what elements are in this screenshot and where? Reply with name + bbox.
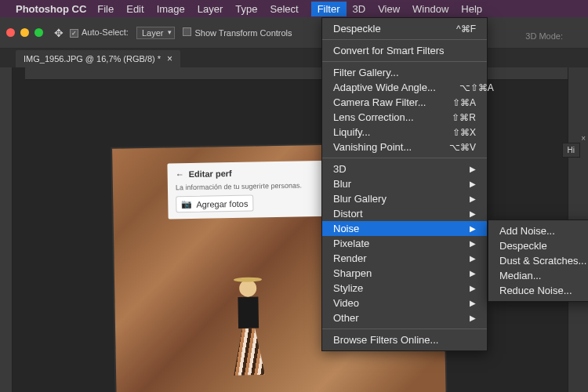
noise-median[interactable]: Median...	[488, 268, 588, 283]
3d-mode-label: 3D Mode:	[525, 31, 563, 41]
menu-label: Blur	[333, 178, 351, 190]
document-tab-bar: IMG_1956.JPG @ 16,7% (RGB/8) * ×	[0, 49, 588, 67]
menu-label: Filter Gallery...	[333, 67, 399, 78]
right-panel-tab[interactable]: × Hi	[562, 143, 580, 158]
document-tab[interactable]: IMG_1956.JPG @ 16,7% (RGB/8) * ×	[16, 50, 180, 67]
submenu-arrow-icon: ▶	[470, 209, 476, 218]
menu-help[interactable]: Help	[461, 3, 482, 15]
minimize-window-icon[interactable]	[20, 28, 29, 37]
menu-label: Other	[333, 312, 359, 324]
move-tool-icon[interactable]: ✥	[54, 27, 64, 39]
menu-label: Sharpen	[333, 267, 372, 279]
phone-header-text: Editar perf	[189, 169, 232, 179]
menu-label: Add Noise...	[499, 225, 555, 237]
filter-distort[interactable]: Distort▶	[322, 206, 487, 221]
window-controls	[6, 28, 43, 37]
filter-menu: Despeckle ^⌘F Convert for Smart Filters …	[321, 17, 488, 351]
filter-last-label: Despeckle	[333, 23, 381, 34]
menu-edit[interactable]: Edit	[126, 3, 143, 15]
shortcut-text: ⇧⌘X	[452, 127, 476, 138]
filter-render[interactable]: Render▶	[322, 251, 487, 266]
auto-select-label: Auto-Select:	[82, 27, 129, 37]
ruler-vertical	[0, 67, 13, 392]
menu-window[interactable]: Window	[412, 3, 448, 15]
document-title: IMG_1956.JPG @ 16,7% (RGB/8) *	[24, 54, 161, 64]
menu-label: Convert for Smart Filters	[333, 45, 445, 56]
submenu-arrow-icon: ▶	[470, 284, 476, 292]
filter-adaptive[interactable]: Adaptive Wide Angle...⌥⇧⌘A	[322, 80, 487, 95]
filter-browse-online[interactable]: Browse Filters Online...	[322, 332, 487, 347]
menu-label: 3D	[333, 163, 347, 175]
back-arrow-icon: ←	[176, 169, 184, 179]
show-transform-label: Show Transform Controls	[194, 28, 292, 38]
auto-select-dropdown[interactable]: Layer	[136, 27, 176, 39]
filter-liquify[interactable]: Liquify...⇧⌘X	[322, 125, 487, 140]
noise-despeckle[interactable]: Despeckle	[488, 238, 588, 253]
menu-label: Despeckle	[499, 240, 547, 252]
person-figure	[232, 279, 265, 374]
close-tab-icon[interactable]: ×	[167, 53, 172, 64]
filter-3d[interactable]: 3D▶	[322, 162, 487, 176]
app-name[interactable]: Photoshop CC	[16, 3, 86, 15]
filter-sharpen[interactable]: Sharpen▶	[322, 266, 487, 281]
phone-add-photos: 📷 Agregar fotos	[176, 195, 253, 213]
submenu-arrow-icon: ▶	[470, 314, 476, 322]
menu-type[interactable]: Type	[235, 3, 257, 15]
menu-label: Adaptive Wide Angle...	[333, 82, 436, 93]
filter-blur[interactable]: Blur▶	[322, 176, 487, 191]
filter-vanishing[interactable]: Vanishing Point...⌥⌘V	[322, 140, 487, 154]
filter-noise[interactable]: Noise▶	[322, 221, 487, 236]
filter-blur-gallery[interactable]: Blur Gallery▶	[322, 191, 487, 206]
submenu-arrow-icon: ▶	[470, 269, 476, 278]
filter-video[interactable]: Video▶	[322, 296, 487, 310]
menu-label: Camera Raw Filter...	[333, 96, 426, 108]
noise-add[interactable]: Add Noise...	[488, 223, 588, 238]
close-panel-icon[interactable]: ×	[581, 134, 586, 143]
noise-reduce[interactable]: Reduce Noise...	[488, 283, 588, 298]
filter-other[interactable]: Other▶	[322, 310, 487, 325]
menu-label: Dust & Scratches...	[499, 255, 586, 267]
shortcut-text: ^⌘F	[456, 24, 476, 34]
menu-layer[interactable]: Layer	[198, 3, 223, 15]
menu-label: Liquify...	[333, 126, 370, 138]
menu-label: Median...	[499, 270, 541, 281]
menu-image[interactable]: Image	[157, 3, 185, 15]
menu-label: Vanishing Point...	[333, 141, 412, 153]
submenu-arrow-icon: ▶	[470, 239, 476, 248]
menu-label: Noise	[333, 223, 359, 234]
menu-label: Reduce Noise...	[499, 285, 572, 296]
menu-file[interactable]: File	[97, 3, 114, 15]
shortcut-text: ⇧⌘R	[452, 112, 476, 123]
submenu-arrow-icon: ▶	[470, 180, 476, 188]
filter-camera-raw[interactable]: Camera Raw Filter...⇧⌘A	[322, 95, 487, 110]
filter-lens[interactable]: Lens Correction...⇧⌘R	[322, 110, 487, 125]
submenu-arrow-icon: ▶	[470, 299, 476, 307]
show-transform-checkbox[interactable]: Show Transform Controls	[183, 27, 292, 38]
shortcut-text: ⇧⌘A	[452, 97, 476, 108]
shortcut-text: ⌥⇧⌘A	[459, 82, 494, 93]
filter-gallery[interactable]: Filter Gallery...	[322, 65, 487, 80]
menu-view[interactable]: View	[378, 3, 400, 15]
shortcut-text: ⌥⌘V	[449, 142, 476, 153]
submenu-arrow-icon: ▶	[470, 194, 476, 203]
menu-label: Render	[333, 252, 367, 264]
menu-label: Video	[333, 297, 359, 309]
submenu-arrow-icon: ▶	[470, 224, 476, 233]
menu-label: Browse Filters Online...	[333, 334, 438, 346]
auto-select-checkbox[interactable]: Auto-Select:	[70, 27, 129, 38]
filter-convert-smart[interactable]: Convert for Smart Filters	[322, 43, 487, 58]
noise-dust[interactable]: Dust & Scratches...	[488, 253, 588, 268]
phone-btn-label: Agregar fotos	[196, 198, 248, 209]
filter-stylize[interactable]: Stylize▶	[322, 281, 487, 296]
filter-last[interactable]: Despeckle ^⌘F	[322, 21, 487, 36]
camera-icon: 📷	[181, 199, 192, 209]
filter-pixelate[interactable]: Pixelate▶	[322, 236, 487, 251]
menu-3d[interactable]: 3D	[353, 3, 366, 15]
close-window-icon[interactable]	[6, 28, 15, 37]
menu-label: Lens Correction...	[333, 111, 414, 123]
submenu-arrow-icon: ▶	[470, 165, 476, 173]
menu-select[interactable]: Select	[270, 3, 298, 15]
zoom-window-icon[interactable]	[34, 28, 43, 37]
submenu-arrow-icon: ▶	[470, 254, 476, 263]
menu-filter[interactable]: Filter	[311, 2, 347, 16]
